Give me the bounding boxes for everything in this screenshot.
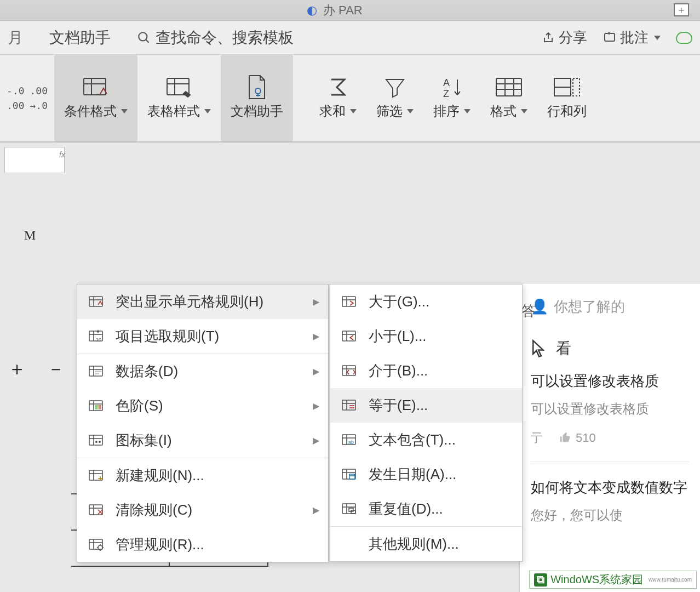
qa-source: 亍: [531, 428, 543, 447]
svg-text:Z: Z: [443, 88, 449, 99]
menu-item-dup[interactable]: 重复值(D)...: [330, 492, 522, 526]
menu-item-label: 其他规则(M)...: [369, 534, 459, 554]
fx-label: fx: [59, 150, 65, 159]
svg-rect-48: [89, 505, 102, 515]
svg-rect-37: [95, 405, 97, 409]
command-search[interactable]: 查找命令、搜索模板: [137, 27, 294, 48]
menu-item-other[interactable]: 其他规则(M)...: [330, 526, 522, 561]
menu-item-lt[interactable]: 小于(L)...: [330, 319, 522, 354]
svg-rect-64: [342, 400, 355, 410]
gt-icon: [340, 294, 359, 310]
svg-rect-14: [496, 78, 521, 96]
between-icon: [340, 363, 359, 379]
menu-item-clear-rule[interactable]: 清除规则(C)▶: [77, 493, 328, 527]
data-bars-icon: [87, 364, 106, 379]
menu-item-label: 管理规则(R)...: [116, 535, 204, 554]
assistant-panel: 👤 你想了解的 看 可以设置修改表格质 可以设置修改表格质 亍 510 如何将文…: [519, 284, 700, 592]
cursor-icon: [531, 339, 546, 358]
submenu-arrow-icon: ▶: [313, 331, 319, 341]
menu-item-label: 突出显示单元格规则(H): [116, 292, 263, 311]
name-box[interactable]: [4, 147, 65, 173]
menu-item-date[interactable]: 发生日期(A)...: [330, 457, 522, 492]
column-header-M[interactable]: M: [24, 228, 36, 243]
ribbon-sum[interactable]: 求和: [309, 55, 366, 141]
menu-item-table-top[interactable]: 10项目选取规则(T)▶: [77, 319, 328, 354]
svg-text:ab: ab: [348, 440, 354, 445]
sort-icon: AZ: [437, 76, 467, 98]
ribbon-rows-cols[interactable]: 行和列: [537, 55, 596, 141]
menu-item-label: 清除规则(C): [116, 500, 192, 520]
menu-item-icon-set[interactable]: 图标集(I)▶: [77, 423, 328, 458]
ribbon-format[interactable]: 格式: [480, 55, 537, 141]
menu-item-text[interactable]: ab文本包含(T)...: [330, 423, 522, 457]
menu-item-equal[interactable]: 等于(E)...: [330, 388, 522, 423]
new-rule-icon: [87, 468, 106, 483]
submenu-arrow-icon: ▶: [313, 505, 319, 515]
ribbon-sum-label: 求和: [319, 103, 346, 120]
svg-rect-2: [605, 33, 615, 41]
ribbon-filter[interactable]: 筛选: [366, 55, 423, 141]
manage-rule-icon: [87, 537, 106, 553]
share-button[interactable]: 分享: [542, 28, 587, 47]
menu-item-label: 重复值(D)...: [369, 499, 443, 519]
submenu-arrow-icon: ▶: [313, 435, 319, 446]
titlebar: ◐ 办 PAR ＋: [0, 0, 700, 21]
svg-text:A: A: [443, 77, 450, 88]
dup-icon: [340, 502, 359, 517]
ribbon-table-style-label: 表格样式: [147, 103, 200, 120]
cloud-sync-icon[interactable]: [676, 32, 692, 44]
menubar-file-frag[interactable]: 月: [8, 27, 23, 48]
ribbon-format-label: 格式: [490, 103, 517, 120]
menu-item-between[interactable]: 介于(B)...: [330, 354, 522, 388]
sum-icon: [323, 76, 353, 98]
watermark-text: WindoWS系统家园: [550, 572, 643, 587]
comment-label: 批注: [620, 28, 649, 47]
svg-rect-38: [97, 405, 99, 409]
ribbon: -.0.00 .00→.0 条件格式 表格样式 文档助手 求和 筛选 AZ 排序…: [0, 55, 700, 143]
qa-item-body: 您好，您可以使: [531, 505, 689, 526]
new-tab-button[interactable]: ＋: [674, 3, 689, 16]
ribbon-sort-label: 排序: [433, 103, 460, 120]
svg-rect-55: [342, 297, 355, 306]
svg-text:10: 10: [96, 337, 101, 343]
share-label: 分享: [559, 28, 587, 47]
assistant-search[interactable]: 👤 你想了解的: [531, 297, 689, 316]
qa-likes[interactable]: 510: [559, 428, 596, 447]
menu-item-manage-rule[interactable]: 管理规则(R)...: [77, 527, 328, 562]
svg-point-0: [139, 32, 147, 41]
ribbon-doc-assistant[interactable]: 文档助手: [221, 55, 293, 141]
outline-plus-minus[interactable]: ＋ －: [8, 356, 73, 382]
filter-icon: [380, 76, 410, 98]
qa-item-title[interactable]: 如何将文本变成数值数字: [531, 476, 689, 499]
qa-item-title[interactable]: 可以设置修改表格质: [531, 370, 689, 393]
table-style-icon: [164, 76, 194, 98]
titlebar-text: 办 PAR: [323, 2, 363, 19]
menu-item-label: 大于(G)...: [369, 292, 429, 311]
menu-doc-assistant[interactable]: 文档助手: [49, 27, 111, 48]
ribbon-sort[interactable]: AZ 排序: [423, 55, 480, 141]
ribbon-conditional-format[interactable]: 条件格式: [54, 55, 137, 141]
watermark: ⧉ WindoWS系统家园 www.rumaitu.com: [529, 571, 697, 589]
menu-item-table-highlight[interactable]: 突出显示单元格规则(H)▶: [77, 284, 328, 319]
workspace: fx M ＋ － 问答 突出显示单元格规则(H)▶10项目选取规则(T)▶数据条…: [0, 143, 700, 592]
svg-point-44: [99, 441, 101, 443]
menu-item-label: 新建规则(N)...: [116, 466, 204, 485]
decimal-buttons[interactable]: -.0.00 .00→.0: [0, 55, 54, 141]
ribbon-filter-label: 筛选: [376, 103, 403, 120]
menubar: 月 文档助手 查找命令、搜索模板 分享 批注: [0, 21, 700, 55]
menu-item-data-bars[interactable]: 数据条(D)▶: [77, 354, 328, 389]
comment-button[interactable]: 批注: [603, 28, 661, 47]
menu-item-color-scale[interactable]: 色阶(S)▶: [77, 389, 328, 423]
chevron-down-icon: [654, 36, 661, 40]
format-icon: [494, 76, 524, 98]
svg-rect-32: [95, 371, 101, 372]
date-icon: [340, 467, 359, 482]
menu-item-gt[interactable]: 大于(G)...: [330, 284, 522, 319]
assistant-placeholder: 你想了解的: [554, 297, 625, 316]
conditional-format-menu: 突出显示单元格规则(H)▶10项目选取规则(T)▶数据条(D)▶色阶(S)▶图标…: [77, 284, 329, 562]
menu-item-new-rule[interactable]: 新建规则(N)...: [77, 458, 328, 493]
ribbon-conditional-format-label: 条件格式: [64, 103, 117, 120]
equal-icon: [340, 398, 359, 413]
table-top-icon: 10: [87, 329, 106, 344]
ribbon-table-style[interactable]: 表格样式: [137, 55, 221, 141]
